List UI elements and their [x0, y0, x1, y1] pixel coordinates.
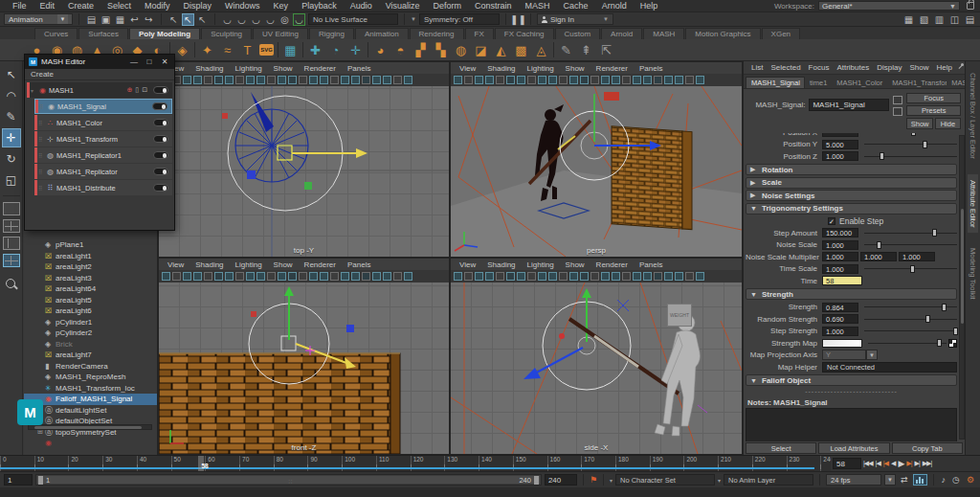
grease-pencil-icon[interactable]: [527, 76, 536, 84]
viewport-menu-item[interactable]: Show: [561, 64, 590, 73]
mash-node-row[interactable]: ⠿ ∴ MASH1_Color: [34, 115, 172, 130]
shelf-tab[interactable]: Curves: [34, 28, 78, 39]
outliner-item[interactable]: ◈ pPlane1: [24, 239, 158, 251]
reduce-icon[interactable]: ◪: [473, 42, 489, 58]
make-live-icon[interactable]: ◎: [278, 13, 291, 26]
falloff-drop-target[interactable]: -----------------------------: [746, 388, 957, 395]
time-field-keyed[interactable]: 58: [822, 276, 862, 285]
motion-blur-icon[interactable]: [675, 272, 683, 281]
viewport-menu-item[interactable]: View: [455, 64, 480, 73]
ae-footer-button[interactable]: Load Attributes: [818, 442, 889, 454]
lighting-icon[interactable]: [351, 272, 360, 281]
redo-icon[interactable]: ↪: [143, 13, 155, 26]
slider[interactable]: [864, 327, 957, 336]
character-set-select[interactable]: No Character Set: [615, 474, 715, 486]
outliner-item[interactable]: ☒ areaLight2: [24, 261, 158, 273]
ae-tab[interactable]: MASH1_Signal: [746, 77, 805, 88]
film-gate-icon[interactable]: [256, 272, 265, 281]
scale-tool[interactable]: ◱: [2, 170, 21, 190]
shelf-tab[interactable]: Arnold: [601, 28, 642, 39]
audio-icon[interactable]: ♪: [940, 475, 948, 485]
viewport-canvas-persp[interactable]: persp: [451, 86, 742, 257]
ae-footer-button[interactable]: Select: [746, 442, 816, 454]
outliner-item[interactable]: ☒ areaLight5: [24, 295, 158, 306]
viewport-menu-item[interactable]: Renderer: [591, 64, 633, 73]
two-d-pan-zoom-icon[interactable]: [214, 76, 223, 84]
menu-item[interactable]: Modify: [138, 1, 177, 11]
layout-icon[interactable]: ◫: [948, 13, 961, 26]
outliner-item[interactable]: ▮ RenderCamera: [24, 361, 158, 373]
target-weld-icon[interactable]: ⇱: [598, 42, 614, 58]
save-scene-icon[interactable]: ▦: [114, 13, 126, 26]
outliner-item[interactable]: ◉ Falloff_MASH1_Signal: [24, 394, 158, 405]
mash-node-row[interactable]: ⠿ ⠿ MASH1_Distribute: [34, 180, 172, 195]
viewport-menu-item[interactable]: Renderer: [591, 260, 633, 269]
select-tool[interactable]: ↖: [2, 65, 21, 84]
select-object-icon[interactable]: ↖: [182, 13, 194, 26]
image-plane-icon[interactable]: [496, 272, 504, 281]
outliner-item[interactable]: ☒ areaLight6: [24, 305, 158, 317]
viewport-canvas-side[interactable]: WEIGHT side -X: [451, 282, 742, 454]
grid-icon[interactable]: [246, 76, 255, 84]
viewport-menu-item[interactable]: Panels: [343, 260, 375, 269]
safe-title-icon[interactable]: [601, 76, 610, 84]
mash-node-row[interactable]: ⠿ ⊹ MASH1_Transform: [34, 131, 172, 147]
menu-item[interactable]: Edit: [33, 1, 62, 11]
fps-select[interactable]: 24 fps: [826, 474, 881, 486]
grease-pencil-icon[interactable]: [235, 272, 244, 281]
booleans-diff-icon[interactable]: ◓: [392, 42, 409, 58]
bookmark-icon[interactable]: [193, 272, 202, 281]
value-field[interactable]: 0.690: [822, 314, 858, 324]
four-pane-layout-button[interactable]: [3, 219, 20, 233]
menu-item[interactable]: Constrain: [468, 1, 519, 11]
lighting-icon[interactable]: [643, 272, 652, 281]
mash-network-header[interactable]: ▾ ◉ MASH1 ⊕ ▯ ⊡: [27, 82, 172, 98]
motion-blur-icon[interactable]: [383, 272, 391, 281]
safe-action-icon[interactable]: [590, 76, 599, 84]
undo-icon[interactable]: ↩: [128, 13, 141, 26]
sep[interactable]: [553, 42, 554, 57]
loop-playback-icon[interactable]: ⇄: [899, 475, 910, 485]
select-camera-icon[interactable]: [162, 272, 170, 281]
ae-menu-item[interactable]: Focus: [805, 63, 834, 72]
camera-attributes-icon[interactable]: [183, 272, 191, 281]
viewport-menu-item[interactable]: Lighting: [523, 64, 559, 73]
gate-mask-icon[interactable]: [278, 272, 286, 281]
display-toggle-icon[interactable]: ▯: [135, 86, 139, 94]
focus-button[interactable]: Focus: [906, 93, 961, 103]
grid-icon[interactable]: [538, 76, 546, 84]
value-field[interactable]: [822, 133, 858, 137]
lock-camera-icon[interactable]: [464, 76, 473, 84]
shelf-tab[interactable]: Animation: [355, 28, 409, 39]
range-grip[interactable]: ∷: [288, 478, 293, 485]
viewport-menu-item[interactable]: Lighting: [523, 260, 559, 269]
grease-pencil-icon[interactable]: [527, 272, 536, 281]
textured-icon[interactable]: [341, 272, 349, 281]
outliner-item[interactable]: ◉: [24, 438, 158, 449]
smooth-shade-icon[interactable]: [622, 76, 631, 84]
ae-footer-button[interactable]: Copy Tab: [892, 442, 963, 454]
textured-icon[interactable]: [341, 76, 349, 84]
multi-cut-icon[interactable]: ⇞: [578, 42, 594, 58]
sweep-mesh-icon[interactable]: ✦: [199, 42, 215, 58]
oversan-icon[interactable]: [225, 76, 234, 84]
ae-tab[interactable]: MASH1_Transform: [887, 78, 947, 88]
shelf-tab[interactable]: Motion Graphics: [685, 28, 760, 39]
checkbox-checked[interactable]: ✓: [828, 217, 835, 225]
wireframe-icon[interactable]: [612, 272, 620, 281]
close-icon[interactable]: ✕: [159, 57, 170, 66]
viewport-menu-item[interactable]: View: [163, 260, 189, 269]
minimize-icon[interactable]: —: [128, 57, 140, 66]
select-component-icon[interactable]: ↖: [196, 13, 209, 26]
xray-icon[interactable]: [404, 272, 412, 281]
smooth-shade-icon[interactable]: [330, 272, 339, 281]
sep[interactable]: [368, 42, 368, 57]
quad-draw-icon[interactable]: ✎: [558, 42, 574, 58]
live-surface-field[interactable]: No Live Surface: [308, 13, 398, 25]
presets-button[interactable]: Presets: [906, 105, 961, 116]
safe-action-icon[interactable]: [590, 272, 599, 281]
sep[interactable]: [194, 42, 195, 57]
bookmark-flag-icon[interactable]: ⚑: [590, 475, 597, 485]
animation-start-field[interactable]: 1: [4, 474, 33, 486]
value-field[interactable]: 150.000: [822, 228, 858, 237]
